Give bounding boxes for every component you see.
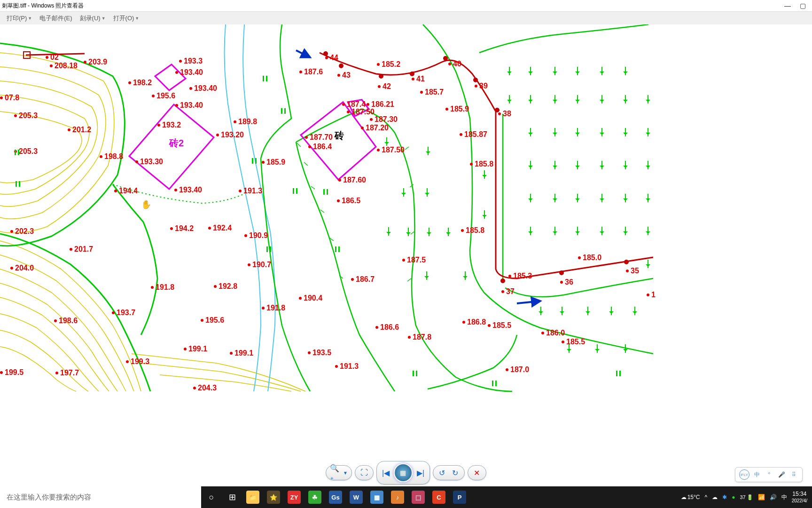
zoom-in-button[interactable]: 🔍₊ — [330, 468, 340, 478]
grass-symbol-icon — [263, 76, 267, 81]
elevation-label: 204.0 — [10, 264, 34, 272]
app-favorites-icon[interactable]: ⭐ — [263, 486, 284, 508]
cursor-icon: ✋ — [141, 199, 151, 210]
minimize-icon[interactable]: — — [780, 2, 795, 9]
vegetation-arrow-icon — [428, 147, 429, 155]
ime-punct-button[interactable]: ° — [765, 470, 774, 479]
elevation-label: 187.70 — [305, 134, 333, 141]
grass-symbol-icon — [281, 108, 286, 114]
delete-button[interactable]: ✕ — [472, 468, 482, 478]
battery-icon[interactable]: 37 🔋 — [740, 494, 753, 500]
vegetation-arrow-icon — [465, 271, 466, 280]
wechat-icon[interactable]: ● — [732, 494, 735, 500]
elevation-label: 198.2 — [128, 79, 152, 87]
elevation-label: 193.30 — [135, 158, 163, 166]
onedrive-icon[interactable]: ☁ — [712, 494, 718, 500]
elevation-label: 193.7 — [112, 309, 135, 317]
vegetation-arrow-icon — [426, 271, 427, 280]
vegetation-arrow-icon — [509, 95, 510, 103]
ime-lang-button[interactable]: 中 — [752, 470, 762, 479]
cortana-icon[interactable]: ○ — [201, 486, 222, 508]
elevation-label: 186.5 — [337, 197, 360, 205]
elevation-label: 195.6 — [201, 317, 224, 324]
elevation-label: 187.8 — [408, 333, 431, 341]
elevation-label: 187.20 — [361, 124, 389, 132]
elevation-label: 193.2 — [157, 121, 181, 129]
ime-grid-button[interactable]: ⠿ — [789, 470, 798, 479]
next-button[interactable]: ▶| — [415, 468, 426, 478]
elevation-label: 185.5 — [488, 322, 511, 329]
volume-icon[interactable]: 🔊 — [770, 494, 777, 500]
explorer-icon[interactable]: 📁 — [242, 486, 263, 508]
prev-button[interactable]: |◀ — [381, 468, 391, 478]
fit-button[interactable]: ⛶ — [359, 468, 369, 478]
app-c-icon[interactable]: C — [429, 486, 449, 508]
rotate-left-button[interactable]: ↺ — [437, 468, 447, 478]
elevation-label: 189.8 — [234, 118, 257, 126]
taskview-icon[interactable]: ⊞ — [222, 486, 242, 508]
slideshow-button[interactable]: ▦ — [394, 463, 413, 482]
vegetation-arrow-icon — [648, 128, 648, 136]
vegetation-arrow-icon — [386, 137, 387, 146]
taskbar-search[interactable]: 在这里输入你要搜索的内容 — [0, 486, 201, 508]
app-zy-icon[interactable]: ZY — [284, 486, 304, 508]
vegetation-arrow-icon — [625, 227, 626, 235]
app-word-icon[interactable]: W — [346, 486, 367, 508]
menu-print[interactable]: 打印(P)▼ — [4, 13, 35, 24]
app-clover-icon[interactable]: ☘ — [304, 486, 325, 508]
weather-widget[interactable]: ☁ 15°C — [681, 494, 700, 500]
vegetation-arrow-icon — [577, 194, 578, 202]
ime-lang-tray[interactable]: 中 — [781, 493, 787, 501]
elevation-label: 187.60 — [338, 176, 366, 184]
elevation-label: 187.4 — [342, 101, 366, 108]
building-label-1: 砖2 — [169, 138, 184, 148]
clock[interactable]: 15:34 2022/4/ — [792, 491, 807, 503]
elevation-label: 39 — [475, 82, 488, 90]
search-placeholder: 在这里输入你要搜索的内容 — [7, 493, 91, 502]
vegetation-arrow-icon — [625, 194, 626, 202]
vegetation-arrow-icon — [611, 307, 612, 315]
app-pro-icon[interactable]: ⬚ — [408, 486, 429, 508]
vegetation-arrow-icon — [530, 161, 531, 169]
tray-expand-icon[interactable]: ^ — [704, 494, 707, 500]
vegetation-arrow-icon — [484, 170, 485, 179]
elevation-label: 191.3 — [239, 187, 262, 195]
menu-open[interactable]: 打开(O)▼ — [110, 13, 142, 24]
svg-point-14 — [443, 56, 448, 61]
rotate-right-button[interactable]: ↻ — [450, 468, 461, 478]
vegetation-arrow-icon — [530, 194, 531, 202]
svg-line-2 — [311, 186, 315, 189]
elevation-label: 193.40 — [174, 186, 202, 194]
vegetation-arrow-icon — [530, 227, 531, 235]
maximize-icon[interactable]: ▢ — [795, 2, 810, 9]
app-p-icon[interactable]: P — [449, 486, 470, 508]
ime-logo-icon[interactable]: iFLY — [739, 469, 750, 480]
elevation-label: 187.5 — [402, 256, 426, 264]
menu-burn[interactable]: 刻录(U)▼ — [77, 13, 109, 24]
vegetation-arrow-icon — [634, 307, 635, 315]
elevation-label: 185.87 — [460, 131, 487, 138]
elevation-label: 187.0 — [506, 366, 529, 373]
app-gs-icon[interactable]: Gs — [325, 486, 346, 508]
image-canvas[interactable]: 砖2 砖 208.18203.902198.207.8195.6193.3193… — [0, 24, 812, 486]
tray-app-icon[interactable]: ✱ — [722, 494, 727, 500]
elevation-label: 193.5 — [308, 349, 331, 357]
vegetation-arrow-icon — [601, 161, 602, 169]
elevation-label: 187.6 — [299, 68, 323, 76]
vegetation-arrow-icon — [427, 188, 428, 197]
ime-mic-button[interactable]: 🎤 — [777, 470, 786, 479]
menu-email[interactable]: 电子邮件(E) — [37, 13, 75, 24]
elevation-label: 193.40 — [175, 102, 203, 109]
elevation-label: 185.2 — [377, 61, 400, 68]
vegetation-arrow-icon — [509, 67, 510, 75]
svg-point-15 — [473, 78, 478, 82]
ime-toolbar[interactable]: iFLY 中 ° 🎤 ⠿ — [735, 467, 803, 482]
elevation-label: 198.6 — [54, 317, 78, 325]
elevation-label: 202.3 — [10, 228, 34, 235]
wifi-icon[interactable]: 📶 — [758, 494, 765, 500]
svg-line-6 — [405, 147, 409, 150]
grass-symbol-icon — [15, 150, 19, 155]
app-music-icon[interactable]: ♪ — [387, 486, 408, 508]
app-photos-icon[interactable]: ▦ — [367, 486, 387, 508]
map-svg — [0, 24, 812, 485]
